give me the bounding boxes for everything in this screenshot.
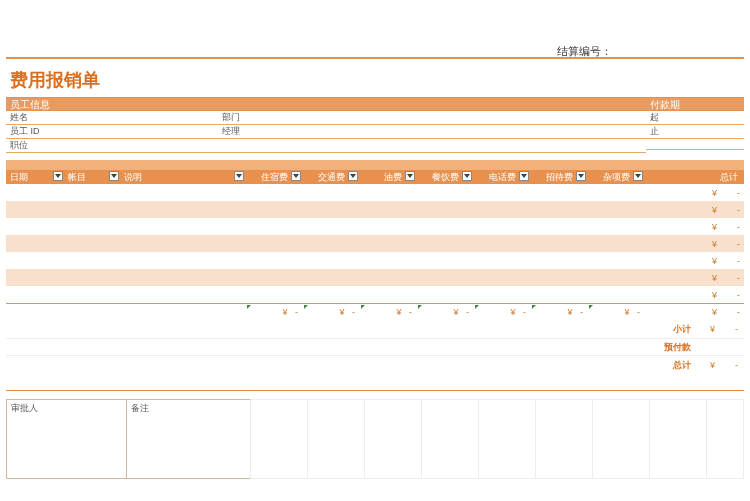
col-account[interactable]: 帐目 xyxy=(64,170,120,184)
footer-grid-cell xyxy=(592,399,649,479)
name-label: 姓名 xyxy=(6,111,48,125)
footer-grid-cell xyxy=(535,399,592,479)
pay-period-section: 付款期 起 止 xyxy=(646,97,744,150)
chevron-down-icon[interactable] xyxy=(633,171,643,181)
chevron-down-icon[interactable] xyxy=(405,171,415,181)
col-lodging[interactable]: 住宿费 xyxy=(245,170,302,184)
expense-grid: ¥- ¥- ¥- ¥- ¥- ¥- ¥- ¥ - ¥ xyxy=(6,184,744,320)
chevron-down-icon[interactable] xyxy=(53,171,63,181)
prepaid-line: 预付款 xyxy=(6,338,744,356)
chevron-down-icon[interactable] xyxy=(348,171,358,181)
col-entertain[interactable]: 招待费 xyxy=(530,170,587,184)
id-field[interactable] xyxy=(48,125,218,139)
from-label: 起 xyxy=(646,111,744,125)
chevron-down-icon[interactable] xyxy=(519,171,529,181)
grand-total-line: 总计 ¥- xyxy=(6,356,744,374)
approver-cell[interactable]: 审批人 xyxy=(6,399,126,479)
cell-mark-icon xyxy=(361,305,365,309)
chevron-down-icon[interactable] xyxy=(234,171,244,181)
id-label: 员工 ID xyxy=(6,125,48,139)
cell-mark-icon xyxy=(304,305,308,309)
footer-grid-cell xyxy=(649,399,706,479)
col-description[interactable]: 说明 xyxy=(120,170,245,184)
cell-mark-icon xyxy=(247,305,251,309)
table-row[interactable]: ¥- xyxy=(6,201,744,218)
footer-grid-cell xyxy=(364,399,421,479)
serial-label: 结算编号： xyxy=(557,45,612,57)
position-field[interactable] xyxy=(48,139,218,153)
subtotal-line: 小计 ¥- xyxy=(6,320,744,338)
col-total: 总计 xyxy=(644,170,744,184)
chevron-down-icon[interactable] xyxy=(576,171,586,181)
employee-info-section: 员工信息 姓名 部门 员工 ID 经理 职位 xyxy=(6,97,646,153)
col-date[interactable]: 日期 xyxy=(6,170,64,184)
footer-rule xyxy=(6,390,744,391)
position-label: 职位 xyxy=(6,139,48,153)
footer-grid-cell xyxy=(250,399,307,479)
chevron-down-icon[interactable] xyxy=(109,171,119,181)
column-totals-row: ¥ - ¥ - ¥ - ¥ - ¥ - ¥ - ¥ - ¥- xyxy=(6,303,744,320)
notes-cell[interactable]: 备注 xyxy=(126,399,250,479)
column-headers: 日期 帐目 说明 住宿费 交通费 油费 餐饮费 电话费 招待费 杂项费 总计 xyxy=(6,160,744,184)
footer-grid-cell xyxy=(307,399,364,479)
chevron-down-icon[interactable] xyxy=(462,171,472,181)
chevron-down-icon[interactable] xyxy=(291,171,301,181)
dept-label: 部门 xyxy=(218,111,260,125)
dept-field[interactable] xyxy=(260,111,646,125)
cell-mark-icon xyxy=(589,305,593,309)
pay-period-heading: 付款期 xyxy=(646,97,744,111)
table-row[interactable]: ¥- xyxy=(6,286,744,303)
table-row[interactable]: ¥- xyxy=(6,218,744,235)
to-label: 止 xyxy=(646,125,744,139)
table-row[interactable]: ¥- xyxy=(6,235,744,252)
footer-section: 审批人 备注 xyxy=(6,390,744,479)
col-misc[interactable]: 杂项费 xyxy=(587,170,644,184)
table-row[interactable]: ¥- xyxy=(6,252,744,269)
manager-field[interactable] xyxy=(260,125,646,139)
cell-mark-icon xyxy=(475,305,479,309)
table-row[interactable]: ¥- xyxy=(6,184,744,201)
col-phone[interactable]: 电话费 xyxy=(473,170,530,184)
col-transport[interactable]: 交通费 xyxy=(302,170,359,184)
header-rule xyxy=(6,57,744,59)
manager-label: 经理 xyxy=(218,125,260,139)
cell-mark-icon xyxy=(532,305,536,309)
employee-heading: 员工信息 xyxy=(6,97,646,111)
col-meals[interactable]: 餐饮费 xyxy=(416,170,473,184)
footer-grid-cell xyxy=(421,399,478,479)
table-row[interactable]: ¥- xyxy=(6,269,744,286)
page-title: 费用报销单 xyxy=(10,68,100,92)
cell-mark-icon xyxy=(418,305,422,309)
footer-grid-cell xyxy=(478,399,535,479)
name-field[interactable] xyxy=(48,111,218,125)
col-fuel[interactable]: 油费 xyxy=(359,170,416,184)
info-sections: 员工信息 姓名 部门 员工 ID 经理 职位 付款期 起 xyxy=(6,97,744,153)
summary-section: 小计 ¥- 预付款 总计 ¥- xyxy=(6,320,744,374)
footer-grid-cell xyxy=(706,399,744,479)
